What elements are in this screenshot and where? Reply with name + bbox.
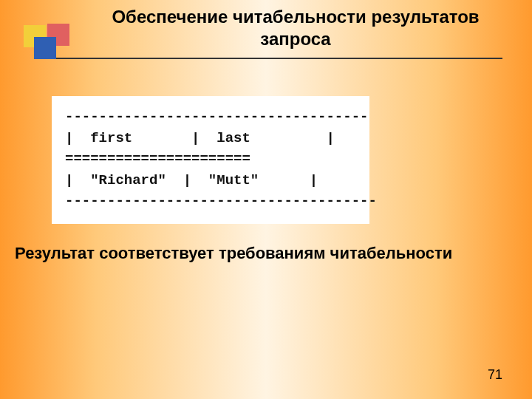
data-row: | "Richard" | "Mutt" |	[65, 172, 318, 188]
rule-top: ------------------------------------	[65, 109, 368, 125]
slide-title: Обеспечение читабельности результатов за…	[89, 6, 502, 50]
slide-title-line2: запроса	[260, 29, 330, 49]
title-rule	[44, 58, 502, 59]
caption-text: Результат соответствует требованиям чита…	[15, 244, 452, 263]
rule-bottom: -------------------------------------	[65, 193, 377, 209]
page-number: 71	[488, 367, 502, 383]
header-row: | first | last |	[65, 130, 335, 146]
result-table: ------------------------------------ | f…	[65, 106, 356, 212]
title-logo	[13, 15, 72, 74]
rule-mid: ======================	[65, 151, 250, 167]
logo-square-blue	[34, 37, 56, 59]
slide: Обеспечение читабельности результатов за…	[0, 0, 532, 399]
result-table-box: ------------------------------------ | f…	[52, 96, 369, 224]
slide-title-line1: Обеспечение читабельности результатов	[112, 7, 479, 27]
